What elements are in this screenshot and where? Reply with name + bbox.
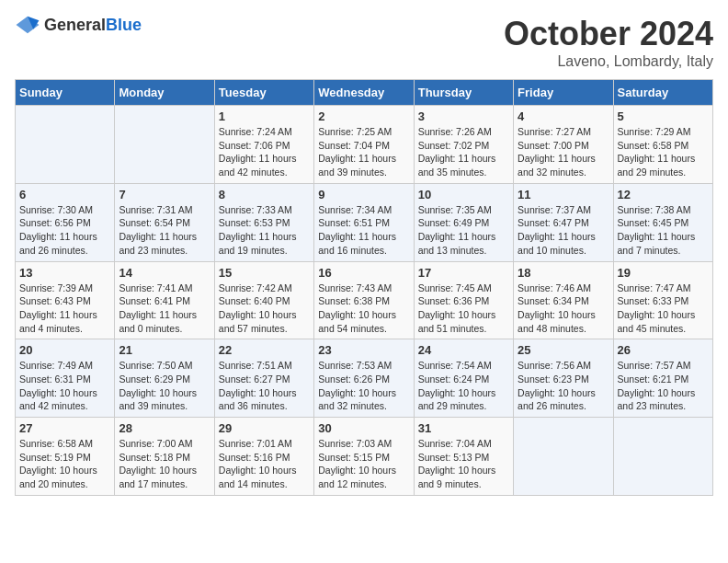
day-number: 26 (618, 343, 709, 357)
day-number: 2 (318, 109, 409, 123)
day-info: Sunrise: 7:24 AMSunset: 7:06 PMDaylight:… (219, 125, 310, 179)
day-number: 15 (219, 266, 310, 280)
calendar-cell: 20Sunrise: 7:49 AMSunset: 6:31 PMDayligh… (16, 339, 115, 418)
weekday-header-wednesday: Wednesday (314, 80, 414, 106)
day-info: Sunrise: 7:47 AMSunset: 6:33 PMDaylight:… (618, 282, 709, 336)
day-info: Sunrise: 7:35 AMSunset: 6:49 PMDaylight:… (418, 203, 509, 258)
week-row-3: 13Sunrise: 7:39 AMSunset: 6:43 PMDayligh… (16, 261, 713, 339)
day-number: 5 (618, 109, 709, 123)
calendar-cell: 9Sunrise: 7:34 AMSunset: 6:51 PMDaylight… (314, 183, 414, 261)
calendar-cell (16, 106, 115, 184)
weekday-header-thursday: Thursday (414, 80, 513, 106)
calendar-cell: 23Sunrise: 7:53 AMSunset: 6:26 PMDayligh… (314, 339, 414, 418)
calendar-cell: 8Sunrise: 7:33 AMSunset: 6:53 PMDaylight… (214, 183, 313, 261)
logo: GeneralBlue (15, 15, 142, 35)
calendar-cell: 13Sunrise: 7:39 AMSunset: 6:43 PMDayligh… (16, 261, 115, 339)
day-number: 31 (418, 421, 509, 435)
logo-text-blue: Blue (106, 16, 142, 34)
calendar-cell: 24Sunrise: 7:54 AMSunset: 6:24 PMDayligh… (414, 339, 513, 418)
day-number: 30 (318, 421, 409, 435)
calendar-cell: 18Sunrise: 7:46 AMSunset: 6:34 PMDayligh… (514, 261, 613, 339)
day-number: 23 (318, 343, 409, 357)
day-number: 1 (219, 109, 310, 123)
day-info: Sunrise: 7:31 AMSunset: 6:54 PMDaylight:… (119, 203, 210, 258)
calendar-cell: 15Sunrise: 7:42 AMSunset: 6:40 PMDayligh… (214, 261, 313, 339)
day-number: 22 (219, 343, 310, 357)
day-info: Sunrise: 7:29 AMSunset: 6:58 PMDaylight:… (618, 125, 709, 179)
day-info: Sunrise: 7:50 AMSunset: 6:29 PMDaylight:… (119, 359, 210, 413)
day-info: Sunrise: 6:58 AMSunset: 5:19 PMDaylight:… (19, 437, 110, 491)
day-info: Sunrise: 7:25 AMSunset: 7:04 PMDaylight:… (318, 125, 409, 179)
calendar-cell: 21Sunrise: 7:50 AMSunset: 6:29 PMDayligh… (115, 339, 214, 418)
month-title: October 2024 (504, 15, 713, 53)
page-header: GeneralBlue October 2024 Laveno, Lombard… (15, 15, 713, 70)
day-info: Sunrise: 7:37 AMSunset: 6:47 PMDaylight:… (518, 203, 609, 258)
day-info: Sunrise: 7:49 AMSunset: 6:31 PMDaylight:… (19, 359, 110, 413)
weekday-header-friday: Friday (514, 80, 613, 106)
day-info: Sunrise: 7:41 AMSunset: 6:41 PMDaylight:… (119, 282, 210, 336)
day-info: Sunrise: 7:43 AMSunset: 6:38 PMDaylight:… (318, 282, 409, 336)
week-row-4: 20Sunrise: 7:49 AMSunset: 6:31 PMDayligh… (16, 339, 713, 418)
calendar-cell: 29Sunrise: 7:01 AMSunset: 5:16 PMDayligh… (214, 418, 313, 496)
calendar-body: 1Sunrise: 7:24 AMSunset: 7:06 PMDaylight… (16, 106, 713, 496)
week-row-1: 1Sunrise: 7:24 AMSunset: 7:06 PMDaylight… (16, 106, 713, 184)
calendar-cell: 31Sunrise: 7:04 AMSunset: 5:13 PMDayligh… (414, 418, 513, 496)
logo-text-general: General (44, 16, 106, 34)
day-number: 19 (618, 266, 709, 280)
calendar-cell (514, 418, 613, 496)
calendar-cell: 7Sunrise: 7:31 AMSunset: 6:54 PMDaylight… (115, 183, 214, 261)
weekday-header-saturday: Saturday (613, 80, 712, 106)
day-info: Sunrise: 7:26 AMSunset: 7:02 PMDaylight:… (418, 125, 509, 179)
calendar-cell: 16Sunrise: 7:43 AMSunset: 6:38 PMDayligh… (314, 261, 414, 339)
weekday-header-sunday: Sunday (16, 80, 115, 106)
calendar-table: SundayMondayTuesdayWednesdayThursdayFrid… (15, 79, 713, 496)
logo-icon (15, 15, 40, 35)
day-info: Sunrise: 7:33 AMSunset: 6:53 PMDaylight:… (219, 203, 310, 258)
day-number: 27 (19, 421, 110, 435)
day-number: 6 (19, 188, 110, 201)
calendar-cell: 6Sunrise: 7:30 AMSunset: 6:56 PMDaylight… (16, 183, 115, 261)
calendar-cell: 5Sunrise: 7:29 AMSunset: 6:58 PMDaylight… (613, 106, 712, 184)
calendar-cell: 10Sunrise: 7:35 AMSunset: 6:49 PMDayligh… (414, 183, 513, 261)
day-info: Sunrise: 7:51 AMSunset: 6:27 PMDaylight:… (219, 359, 310, 413)
day-info: Sunrise: 7:45 AMSunset: 6:36 PMDaylight:… (418, 282, 509, 336)
calendar-cell: 1Sunrise: 7:24 AMSunset: 7:06 PMDaylight… (214, 106, 313, 184)
calendar-cell: 11Sunrise: 7:37 AMSunset: 6:47 PMDayligh… (514, 183, 613, 261)
day-number: 11 (518, 188, 609, 201)
day-number: 7 (119, 188, 210, 201)
location-title: Laveno, Lombardy, Italy (504, 53, 713, 70)
day-number: 14 (119, 266, 210, 280)
day-info: Sunrise: 7:46 AMSunset: 6:34 PMDaylight:… (518, 282, 609, 336)
day-number: 3 (418, 109, 509, 123)
day-info: Sunrise: 7:42 AMSunset: 6:40 PMDaylight:… (219, 282, 310, 336)
calendar-cell: 2Sunrise: 7:25 AMSunset: 7:04 PMDaylight… (314, 106, 414, 184)
day-info: Sunrise: 7:00 AMSunset: 5:18 PMDaylight:… (119, 437, 210, 491)
day-number: 21 (119, 343, 210, 357)
day-number: 4 (518, 109, 609, 123)
calendar-cell: 17Sunrise: 7:45 AMSunset: 6:36 PMDayligh… (414, 261, 513, 339)
day-number: 10 (418, 188, 509, 201)
day-info: Sunrise: 7:01 AMSunset: 5:16 PMDaylight:… (219, 437, 310, 491)
day-info: Sunrise: 7:54 AMSunset: 6:24 PMDaylight:… (418, 359, 509, 413)
day-number: 28 (119, 421, 210, 435)
calendar-cell: 25Sunrise: 7:56 AMSunset: 6:23 PMDayligh… (514, 339, 613, 418)
day-number: 20 (19, 343, 110, 357)
calendar-cell (115, 106, 214, 184)
day-number: 24 (418, 343, 509, 357)
day-info: Sunrise: 7:04 AMSunset: 5:13 PMDaylight:… (418, 437, 509, 491)
day-info: Sunrise: 7:38 AMSunset: 6:45 PMDaylight:… (618, 203, 709, 258)
week-row-2: 6Sunrise: 7:30 AMSunset: 6:56 PMDaylight… (16, 183, 713, 261)
day-info: Sunrise: 7:30 AMSunset: 6:56 PMDaylight:… (19, 203, 110, 258)
calendar-cell: 3Sunrise: 7:26 AMSunset: 7:02 PMDaylight… (414, 106, 513, 184)
weekday-header-row: SundayMondayTuesdayWednesdayThursdayFrid… (16, 80, 713, 106)
weekday-header-tuesday: Tuesday (214, 80, 313, 106)
day-number: 29 (219, 421, 310, 435)
day-number: 16 (318, 266, 409, 280)
calendar-cell: 4Sunrise: 7:27 AMSunset: 7:00 PMDaylight… (514, 106, 613, 184)
day-info: Sunrise: 7:56 AMSunset: 6:23 PMDaylight:… (518, 359, 609, 413)
day-info: Sunrise: 7:03 AMSunset: 5:15 PMDaylight:… (318, 437, 409, 491)
day-info: Sunrise: 7:53 AMSunset: 6:26 PMDaylight:… (318, 359, 409, 413)
day-number: 17 (418, 266, 509, 280)
day-info: Sunrise: 7:27 AMSunset: 7:00 PMDaylight:… (518, 125, 609, 179)
calendar-cell: 19Sunrise: 7:47 AMSunset: 6:33 PMDayligh… (613, 261, 712, 339)
